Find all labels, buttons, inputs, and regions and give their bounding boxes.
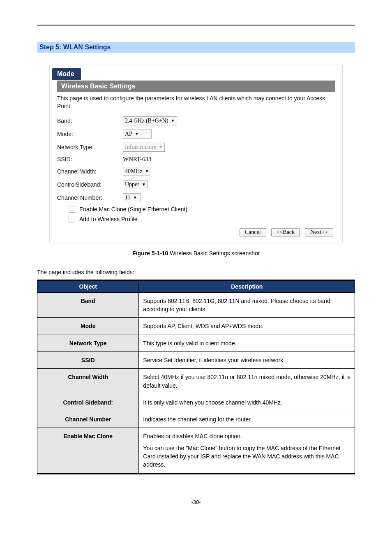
ssid-label: SSID:	[57, 156, 123, 162]
table-row: Channel NumberIndicates the channel sett…	[37, 411, 355, 428]
top-divider	[37, 25, 355, 25]
next-button[interactable]: Next>>	[305, 228, 333, 236]
mode-label: Mode:	[57, 131, 123, 137]
wlan-settings-screenshot: Mode Wireless Basic Settings This page i…	[49, 65, 343, 243]
object-cell: SSID	[37, 352, 139, 368]
control-sideband-label: ControlSideband:	[57, 181, 123, 188]
channel-width-label: Channel Width:	[57, 168, 123, 175]
description-cell: Indicates the channel setting for the ro…	[139, 411, 355, 428]
object-cell: Band	[37, 292, 139, 318]
chevron-down-icon: ▼	[145, 167, 149, 176]
section-title: Wireless Basic Settings	[57, 81, 335, 92]
figure-number: Figure 5-1-10	[132, 250, 168, 257]
mac-clone-checkbox[interactable]	[69, 206, 75, 213]
control-sideband-value: Upper	[125, 180, 139, 189]
channel-number-label: Channel Number:	[57, 194, 123, 201]
object-cell: Enable Mac Clone	[37, 428, 139, 474]
description-cell: It is only valid when you choose channel…	[139, 394, 355, 411]
figure-title: Wireless Basic Settings screenshot	[168, 250, 260, 257]
step-banner: Step 5: WLAN Settings	[37, 42, 355, 53]
channel-width-value: 40MHz	[125, 167, 143, 176]
description-cell: Enables or disables MAC clone option.You…	[139, 428, 355, 474]
chevron-down-icon: ▼	[135, 130, 139, 138]
band-value: 2.4 GHz (B+G+N)	[125, 117, 168, 125]
table-row: SSIDService Set Identifier, it identifie…	[37, 352, 355, 368]
table-row: BandSupports 802.11B, 802.11G, 802.11N a…	[37, 292, 355, 318]
channel-number-select[interactable]: 11 ▼	[123, 193, 141, 202]
mode-tab: Mode	[52, 68, 81, 80]
mode-select[interactable]: AP ▼	[123, 130, 152, 139]
figure-caption: Figure 5-1-10 Wireless Basic Settings sc…	[37, 250, 355, 257]
back-button[interactable]: <<Back	[271, 228, 300, 236]
row-mode: Mode: AP ▼	[57, 127, 335, 141]
table-row: ModeSupports AP, Client, WDS and AP+WDS …	[37, 318, 355, 335]
description-cell: Service Set Identifier, it identifies yo…	[139, 352, 355, 368]
row-ssid: SSID: WNRT-633	[57, 154, 335, 165]
row-network-type: Network Type: Infrastructure ▼	[57, 141, 335, 154]
chevron-down-icon: ▼	[142, 180, 146, 189]
ssid-value: WNRT-633	[123, 156, 151, 163]
channel-width-select[interactable]: 40MHz ▼	[123, 167, 151, 176]
mac-clone-label: Enable Mac Clone (Single Ethernet Client…	[79, 206, 187, 213]
table-intro: The page includes the following fields:	[37, 269, 355, 275]
row-wireless-profile: Add to Wireless Profile	[57, 214, 335, 224]
table-row: Channel WidthSelect 40MHz if you use 802…	[37, 369, 355, 394]
row-channel-width: Channel Width: 40MHz ▼	[57, 165, 335, 178]
object-cell: Channel Number	[37, 411, 139, 428]
page-number: -30-	[37, 499, 355, 505]
wireless-profile-checkbox[interactable]	[69, 216, 75, 222]
object-cell: Control Sideband:	[37, 394, 139, 411]
chevron-down-icon: ▼	[133, 194, 137, 202]
row-control-sideband: ControlSideband: Upper ▼	[57, 178, 335, 191]
row-channel-number: Channel Number: 11 ▼	[57, 191, 335, 204]
description-cell: This type is only valid in client mode.	[139, 335, 355, 352]
table-row: Control Sideband:It is only valid when y…	[37, 394, 355, 411]
description-cell: Supports AP, Client, WDS and AP+WDS mode…	[139, 318, 355, 335]
chevron-down-icon: ▼	[159, 143, 163, 151]
section-description: This page is used to configure the param…	[57, 95, 335, 110]
band-label: Band:	[57, 118, 123, 124]
network-type-value: Infrastructure	[125, 143, 156, 151]
th-object: Object	[37, 280, 139, 292]
network-type-select: Infrastructure ▼	[123, 143, 165, 152]
wireless-profile-label: Add to Wireless Profile	[79, 216, 138, 222]
row-mac-clone: Enable Mac Clone (Single Ethernet Client…	[57, 204, 335, 214]
control-sideband-select[interactable]: Upper ▼	[123, 180, 148, 189]
fields-table: Object Description BandSupports 802.11B,…	[37, 280, 355, 474]
description-cell: Select 40MHz if you use 802.11n or 802.1…	[139, 369, 355, 394]
object-cell: Channel Width	[37, 369, 139, 394]
description-cell: Supports 802.11B, 802.11G, 802.11N and m…	[139, 292, 355, 318]
button-row: Cancel <<Back Next>>	[57, 224, 335, 236]
cancel-button[interactable]: Cancel	[240, 228, 266, 236]
channel-number-value: 11	[125, 194, 130, 202]
mode-value: AP	[125, 130, 132, 138]
chevron-down-icon: ▼	[171, 117, 175, 125]
network-type-label: Network Type:	[57, 144, 123, 150]
th-description: Description	[139, 280, 355, 292]
object-cell: Mode	[37, 318, 139, 335]
row-band: Band: 2.4 GHz (B+G+N) ▼	[57, 114, 335, 127]
table-row: Enable Mac CloneEnables or disables MAC …	[37, 428, 355, 474]
band-select[interactable]: 2.4 GHz (B+G+N) ▼	[123, 116, 177, 125]
object-cell: Network Type	[37, 335, 139, 352]
table-row: Network TypeThis type is only valid in c…	[37, 335, 355, 352]
